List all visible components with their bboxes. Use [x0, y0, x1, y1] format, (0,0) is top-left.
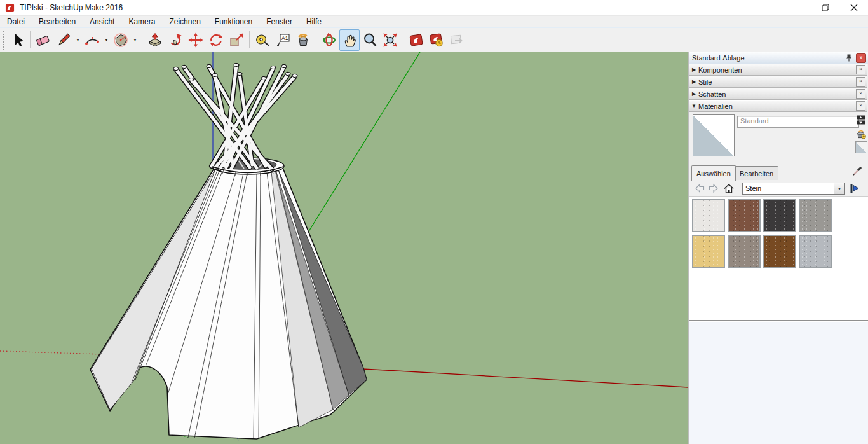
section-label: Schatten — [698, 90, 726, 98]
material-swatch-stone-brown[interactable] — [763, 235, 796, 268]
menu-fenster[interactable]: Fenster — [259, 16, 299, 27]
material-preview-swatch — [693, 114, 735, 156]
menu-funktionen[interactable]: Funktionen — [208, 16, 259, 27]
menu-datei[interactable]: Datei — [0, 16, 32, 27]
arc-tool-button[interactable] — [82, 29, 102, 51]
tape-measure-tool-button[interactable] — [252, 29, 273, 51]
toolbar-separator — [249, 31, 250, 48]
toolbar-drag-handle[interactable] — [2, 31, 4, 50]
scale-tool-button[interactable] — [226, 29, 247, 51]
zoom-extents-tool-button[interactable] — [380, 29, 400, 51]
section-close-button[interactable]: × — [856, 101, 865, 111]
tray-close-button[interactable]: x — [856, 53, 866, 63]
eraser-icon — [35, 32, 51, 48]
material-swatch-granite-brown[interactable] — [728, 199, 761, 232]
move-icon — [187, 32, 204, 48]
close-button[interactable] — [839, 0, 868, 16]
zoom-tool-button[interactable] — [360, 29, 380, 51]
section-close-button[interactable]: × — [856, 65, 865, 74]
material-swatch-granite-gray[interactable] — [799, 199, 832, 232]
tray-title-bar: Standard-Ablage x — [689, 52, 868, 64]
section-close-button[interactable]: × — [856, 77, 865, 87]
tab-auswaehlen[interactable]: Auswählen — [691, 165, 736, 181]
menu-zeichnen[interactable]: Zeichnen — [162, 16, 207, 27]
select-tool-button[interactable] — [7, 29, 27, 51]
material-swatch-marble-white[interactable] — [692, 199, 725, 232]
3d-warehouse-button[interactable] — [406, 29, 426, 51]
pan-tool-button[interactable] — [339, 29, 360, 51]
shape-tool-dropdown[interactable]: ▼ — [131, 30, 139, 50]
expand-arrow-icon: ▶ — [689, 67, 698, 73]
text-tool-button[interactable]: A1 — [273, 29, 293, 51]
material-swatch-list — [689, 196, 868, 320]
line-tool-dropdown[interactable]: ▼ — [74, 30, 82, 50]
zoom-extents-icon — [382, 32, 398, 48]
material-swatch-granite-dark[interactable] — [763, 199, 796, 232]
material-swatch-marble-gray[interactable] — [799, 235, 832, 268]
arc-icon — [84, 32, 100, 48]
collapse-arrow-icon: ▼ — [689, 103, 698, 109]
details-arrow-icon[interactable] — [849, 183, 860, 194]
extension-warehouse-button[interactable] — [426, 29, 447, 51]
text-annotation-icon: A1 — [275, 32, 291, 48]
pan-hand-icon — [341, 32, 358, 48]
tray-empty-area — [689, 322, 868, 444]
section-materialien[interactable]: ▼ Materialien × — [689, 100, 867, 112]
shape-tool-button[interactable] — [111, 29, 131, 51]
orbit-tool-button[interactable] — [319, 29, 339, 51]
home-icon[interactable] — [723, 183, 735, 194]
follow-me-tool-button[interactable] — [165, 29, 186, 51]
tab-bearbeiten[interactable]: Bearbeiten — [735, 166, 778, 180]
menu-hilfe[interactable]: Hilfe — [299, 16, 329, 27]
line-tool-button[interactable] — [53, 29, 74, 51]
axis-green — [303, 52, 420, 240]
eyedropper-icon[interactable] — [851, 165, 863, 177]
toolbar-separator — [403, 31, 403, 48]
selected-collection: Stein — [743, 184, 834, 192]
default-tray-panel: Standard-Ablage x ▶ Komponenten × ▶ Stil… — [688, 52, 868, 444]
move-tool-button[interactable] — [186, 29, 206, 51]
material-collection-dropdown[interactable]: Stein ▼ — [742, 183, 845, 195]
push-pull-tool-button[interactable] — [145, 29, 165, 51]
tipi-poles — [173, 63, 297, 170]
toolbar-separator — [30, 31, 31, 48]
polygon-icon — [112, 32, 129, 48]
restore-icon — [822, 4, 829, 11]
material-name-field[interactable]: Standard — [737, 116, 859, 128]
3d-warehouse-icon — [408, 32, 424, 48]
axis-red-dotted — [0, 351, 103, 354]
materials-tabs: Auswählen Bearbeiten — [689, 164, 868, 179]
section-close-button[interactable]: × — [856, 89, 865, 99]
section-label: Komponenten — [698, 66, 742, 74]
toggle-secondary-pane-icon[interactable] — [855, 114, 866, 125]
material-swatch-sandstone-yellow[interactable] — [692, 235, 725, 268]
eraser-tool-button[interactable] — [33, 29, 53, 51]
section-schatten[interactable]: ▶ Schatten × — [689, 88, 867, 100]
restore-button[interactable] — [811, 0, 839, 16]
orbit-icon — [321, 32, 337, 48]
dropdown-arrow-icon[interactable]: ▼ — [834, 183, 844, 194]
section-komponenten[interactable]: ▶ Komponenten × — [689, 64, 867, 76]
arc-tool-dropdown[interactable]: ▼ — [102, 30, 111, 50]
menu-kamera[interactable]: Kamera — [121, 16, 162, 27]
layout-icon — [449, 32, 465, 48]
menu-bar: Datei Bearbeiten Ansicht Kamera Zeichnen… — [0, 16, 868, 27]
menu-ansicht[interactable]: Ansicht — [83, 16, 121, 27]
default-material-chip[interactable] — [855, 141, 867, 153]
section-stile[interactable]: ▶ Stile × — [689, 76, 867, 88]
tipi-model-canvas — [0, 52, 688, 444]
paint-bucket-tool-button[interactable] — [293, 29, 313, 51]
forward-arrow-icon[interactable] — [708, 183, 719, 193]
minimize-button[interactable] — [782, 0, 811, 16]
create-material-icon[interactable] — [855, 128, 866, 139]
toolbar-separator — [316, 31, 316, 48]
pin-icon[interactable] — [844, 53, 853, 62]
tray-title: Standard-Ablage — [692, 54, 745, 62]
menu-bearbeiten[interactable]: Bearbeiten — [32, 16, 83, 27]
back-arrow-icon[interactable] — [695, 183, 705, 193]
toolbar: ▼ ▼ ▼ — [0, 27, 868, 52]
material-swatch-marble-rose-gray[interactable] — [728, 235, 761, 268]
section-label: Materialien — [698, 102, 733, 110]
rotate-tool-button[interactable] — [206, 29, 226, 51]
model-viewport[interactable] — [0, 52, 688, 444]
